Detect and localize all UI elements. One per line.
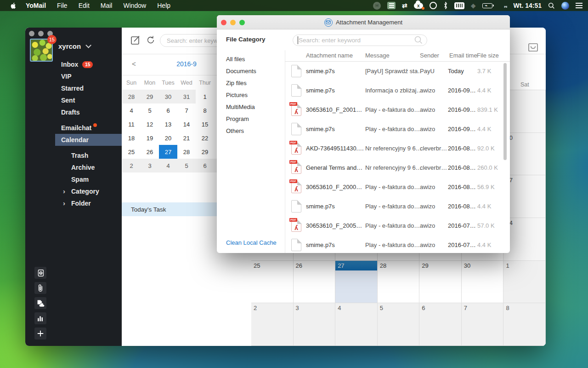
column-header-email-time[interactable]: Email time (449, 52, 477, 59)
calendar-day-cell[interactable]: 6 (419, 303, 462, 346)
yomail-status-icon[interactable]: ✉ (373, 2, 381, 10)
menubar-clock[interactable]: Wt. 14:51 (514, 2, 542, 9)
cloud-x-icon[interactable]: x (414, 3, 423, 9)
calendar-day-cell[interactable]: 4 (335, 303, 378, 346)
sidebar-item-category[interactable]: ›Category (25, 185, 122, 197)
calendar-day-cell[interactable]: 1 (503, 261, 546, 304)
menu-item-help[interactable]: Help (152, 2, 176, 9)
menu-item-window[interactable]: Window (118, 2, 152, 9)
sidebar-item-archive[interactable]: Archive (25, 161, 122, 173)
creative-cloud-icon[interactable] (430, 2, 437, 9)
column-header-message[interactable]: Message (365, 52, 390, 59)
mini-day-cell[interactable]: 27 (159, 145, 177, 159)
mini-day-cell[interactable]: 28 (177, 145, 196, 159)
dialog-search-input[interactable] (293, 34, 427, 46)
sidebar-item-emailchat[interactable]: Emailchat (25, 122, 122, 134)
mini-day-cell[interactable]: 5 (177, 159, 196, 172)
calendar-day-cell[interactable]: 17 (503, 175, 546, 218)
notification-center-icon[interactable] (576, 1, 582, 10)
mini-day-cell[interactable]: 30 (159, 90, 177, 104)
mini-day-cell[interactable]: 28 (122, 90, 141, 104)
mini-day-cell[interactable]: 4 (159, 159, 177, 172)
sidebar-item-calendar[interactable]: Calendar (25, 134, 122, 146)
category-documents[interactable]: Documents (217, 65, 285, 77)
close-button[interactable] (29, 31, 34, 36)
menu-item-edit[interactable]: Edit (73, 2, 95, 9)
category-all-files[interactable]: All files (217, 53, 285, 65)
mini-day-cell[interactable]: 20 (159, 131, 177, 145)
calendar-day-cell[interactable]: 5 (378, 303, 420, 346)
attachment-row[interactable]: smime.p7sInformacja o zbliżaj…awizo2016-… (285, 81, 510, 100)
compose-icon[interactable] (130, 34, 141, 47)
calendar-day-cell[interactable]: 24 (503, 218, 546, 261)
attachment-row[interactable]: smime.p7sPlay - e-faktura do…awizo2016-0… (285, 197, 510, 216)
mini-day-cell[interactable]: 4 (122, 104, 141, 117)
mini-day-cell[interactable]: 6 (196, 159, 214, 172)
sidebar-item-inbox[interactable]: Inbox15 (25, 58, 122, 70)
mini-day-cell[interactable]: 14 (177, 117, 196, 131)
minimize-button[interactable] (38, 31, 44, 36)
sync-arrows-icon[interactable]: ⇄ (402, 1, 407, 10)
sidebar-item-folder[interactable]: ›Folder (25, 197, 122, 209)
dialog-search-icon[interactable] (414, 36, 423, 46)
attachment-row[interactable]: smime.p7sPlay - e-faktura do…awizo2016-0… (285, 236, 510, 253)
category-zip-files[interactable]: Zip files (217, 77, 285, 89)
siri-icon[interactable] (561, 2, 569, 10)
mini-day-cell[interactable]: 1 (196, 90, 214, 104)
mini-day-cell[interactable]: 2 (122, 159, 141, 172)
apple-menu-icon[interactable] (6, 2, 20, 10)
contacts-icon[interactable] (34, 267, 46, 279)
calendar-day-cell[interactable]: 28 (378, 261, 420, 304)
attachment-row[interactable]: PDFλ30653610_F_2005…Play - e-faktura do…… (285, 216, 510, 236)
mini-day-cell[interactable]: 18 (122, 131, 141, 145)
dialog-titlebar[interactable]: Attachment Management (217, 15, 510, 29)
calendar-day-cell[interactable]: 25 (251, 261, 294, 304)
mini-day-cell[interactable]: 13 (159, 117, 177, 131)
sidebar-item-spam[interactable]: Spam (25, 173, 122, 185)
bluetooth-icon[interactable] (443, 1, 448, 10)
account-switcher[interactable]: xyrcon (58, 42, 90, 50)
keyboard-layout-flag-icon[interactable]: PRO (499, 3, 507, 8)
mail-view-icon[interactable] (528, 43, 538, 54)
sidebar-item-drafts[interactable]: Drafts (25, 106, 122, 118)
spotlight-icon[interactable] (548, 1, 555, 10)
mini-day-cell[interactable]: 6 (159, 104, 177, 117)
mini-day-cell[interactable]: 19 (141, 131, 159, 145)
keyboard-viewer-icon[interactable] (454, 2, 464, 9)
mini-day-cell[interactable]: 5 (141, 104, 159, 117)
mini-day-cell[interactable]: 31 (177, 90, 196, 104)
column-header-file-size[interactable]: File size (477, 52, 499, 59)
refresh-icon[interactable] (146, 35, 156, 47)
menu-item-mail[interactable]: Mail (95, 2, 118, 9)
list-status-icon[interactable] (387, 2, 396, 9)
sidebar-item-trash[interactable]: Trash (25, 150, 122, 161)
calendar-day-cell[interactable]: 10 (503, 133, 546, 176)
chevron-right-icon[interactable]: › (63, 199, 65, 207)
calendar-day-cell[interactable]: 8 (503, 303, 546, 346)
calendar-day-cell[interactable]: 3 (503, 90, 546, 133)
add-icon[interactable] (34, 328, 46, 339)
dialog-scrollbar[interactable] (503, 63, 507, 160)
chevron-right-icon[interactable]: › (63, 187, 65, 195)
calendar-day-cell[interactable]: 27 (335, 261, 378, 304)
category-multimedia[interactable]: MultiMedia (217, 101, 285, 113)
menu-item-yomail[interactable]: YoMail (20, 2, 51, 9)
mini-day-cell[interactable]: 11 (122, 117, 141, 131)
mini-day-cell[interactable]: 25 (122, 145, 141, 159)
category-others[interactable]: Others (217, 125, 285, 137)
column-header-attachment-name[interactable]: Attachment name (306, 52, 353, 59)
battery-charging-icon[interactable]: ⌁ (482, 3, 492, 8)
category-program[interactable]: Program (217, 113, 285, 125)
mini-day-cell[interactable]: 15 (196, 117, 214, 131)
sidebar-item-sent[interactable]: Sent (25, 94, 122, 106)
attachments-icon[interactable] (34, 282, 46, 294)
mini-day-cell[interactable]: 12 (141, 117, 159, 131)
calendar-day-cell[interactable]: 30 (462, 261, 504, 304)
calendar-day-cell[interactable]: 29 (419, 261, 462, 304)
cloud-files-icon[interactable] (34, 297, 46, 309)
attachment-row[interactable]: smime.p7sPlay - e-faktura do…awizo2016-0… (285, 120, 510, 139)
mini-day-cell[interactable]: 22 (196, 131, 214, 145)
clean-local-cache-link[interactable]: Clean Local Cache (226, 239, 277, 246)
calendar-day-cell[interactable]: 2 (251, 303, 294, 346)
category-pictures[interactable]: Pictures (217, 89, 285, 101)
